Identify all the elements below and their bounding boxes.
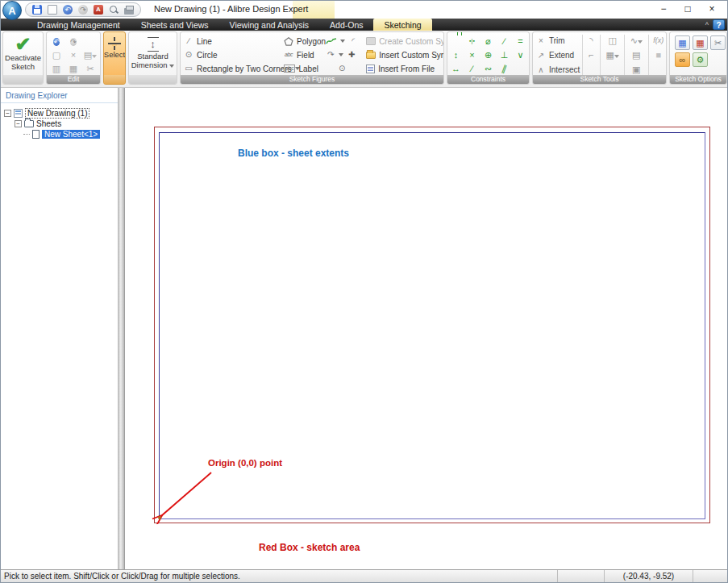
print-icon[interactable] [124, 8, 134, 15]
mirror-icon[interactable]: ◫ [605, 35, 620, 47]
tab-sheets-and-views[interactable]: Sheets and Views [131, 19, 219, 31]
collapse-expander-icon[interactable]: − [15, 120, 22, 127]
tab-viewing-and-analysis[interactable]: Viewing and Analysis [219, 19, 319, 31]
colinear-constraint-icon[interactable]: ∕ [464, 62, 480, 76]
arc-center-icon[interactable]: ↷ [326, 50, 335, 60]
save-icon[interactable] [32, 5, 42, 15]
tab-sketching[interactable]: Sketching [373, 19, 431, 31]
polygon-tool[interactable]: Polygon [284, 35, 326, 47]
sketch-analysis-icon[interactable]: ∿ [629, 35, 644, 47]
dropdown-arrow-icon[interactable] [340, 40, 345, 43]
equation-icon[interactable]: f(x) [652, 35, 664, 47]
insert-custom-symbol-button[interactable]: Insert Custom Symbol [366, 49, 444, 60]
pattern-icon[interactable]: ▦ [605, 49, 620, 61]
dropdown-arrow-icon[interactable] [339, 53, 343, 56]
perpendicular-constraint-icon[interactable]: ⊥ [497, 48, 512, 62]
spline-icon[interactable] [326, 37, 337, 45]
intersect-tool[interactable]: ∧Intersect [536, 64, 578, 76]
group-footer [104, 75, 125, 84]
close-button[interactable]: × [700, 1, 724, 19]
export-pdf-icon[interactable] [94, 5, 103, 15]
sketch-options-group: ▦ ▦ ✂ ∞ ⚙ Sketch Options [669, 31, 727, 85]
origin-annotation[interactable]: Origin (0,0) point [208, 458, 282, 468]
status-cell [693, 570, 727, 582]
redo-icon[interactable] [78, 5, 88, 15]
point-icon[interactable]: ✚ [347, 50, 356, 60]
circle-icon: ⊙ [184, 50, 193, 60]
undo-icon[interactable] [63, 5, 73, 15]
line-tool[interactable]: ∕Line [184, 35, 284, 47]
fill-icon[interactable]: ■ [652, 49, 664, 61]
offset-icon[interactable]: ▤ [629, 49, 644, 61]
vertical-constraint-icon[interactable]: ↕ [448, 48, 464, 62]
field-tool[interactable]: abcField [284, 49, 326, 60]
sketch-figures-group: ∕Line ⊙Circle ▭Rectangle by Two Corners … [180, 31, 444, 85]
create-custom-symbol-button[interactable]: Create Custom Symbol [366, 35, 444, 47]
quick-access-toolbar [25, 2, 141, 17]
label-tool[interactable]: abcLabel [284, 63, 326, 74]
sheet-extents-annotation[interactable]: Blue box - sheet extents [238, 148, 349, 159]
title-bar: A New Drawing (1) - Alibre Design Expert… [1, 1, 727, 19]
maximize-button[interactable]: □ [676, 1, 700, 19]
center-circle-icon[interactable]: ⊙ [337, 64, 347, 73]
sketch-figures-group-label: Sketch Figures [181, 75, 443, 84]
drawing-canvas[interactable]: Blue box - sheet extents Origin (0,0) po… [125, 88, 728, 569]
circle-tool[interactable]: ⊙Circle [184, 49, 284, 60]
parallel-constraint-icon[interactable]: ∥ [497, 62, 512, 76]
open-folder-icon [366, 52, 376, 59]
paste-icon[interactable]: ▥ [49, 62, 64, 76]
fillet-icon[interactable]: ◝ [587, 35, 597, 47]
help-button[interactable]: ? [713, 19, 725, 30]
concentric-constraint-icon[interactable]: ⊕ [480, 48, 496, 62]
coincident-constraint-icon[interactable]: ∨ [513, 48, 528, 62]
horizontal-constraint-icon[interactable]: ↔ [448, 62, 464, 76]
arc-start-end-icon[interactable]: ◜ [348, 36, 358, 46]
zoom-icon[interactable] [109, 5, 119, 15]
insert-from-file-button[interactable]: Insert From File [366, 63, 444, 74]
tab-drawing-management[interactable]: Drawing Management [27, 19, 131, 31]
tangent-constraint-icon[interactable]: ⌀ [480, 35, 496, 48]
collapse-ribbon-icon[interactable]: ^ [705, 20, 709, 30]
cut-icon[interactable]: ✂ [83, 62, 98, 76]
redo-small-icon[interactable]: ↷ [70, 38, 77, 46]
trim-tool[interactable]: ×Trim [536, 35, 578, 47]
tree-item-sheets[interactable]: − Sheets [4, 119, 118, 129]
no-snap-button[interactable]: ✂ [710, 35, 726, 50]
extend-tool[interactable]: ↗Extend [536, 49, 578, 61]
symmetric-constraint-icon[interactable]: ∾ [480, 62, 496, 76]
minimize-button[interactable]: − [651, 1, 676, 19]
duplicate-icon[interactable]: ▦ [66, 62, 81, 76]
panel-splitter[interactable] [119, 88, 125, 569]
chamfer-icon[interactable]: ⌐ [587, 49, 597, 61]
inspect-button[interactable]: ∞ [675, 52, 690, 67]
equal-distance-constraint-icon[interactable]: ▪|▪ [464, 35, 480, 48]
green-check-icon: ✔ [15, 35, 31, 53]
lock-constraint-icon[interactable] [448, 35, 464, 48]
alibre-logo-icon[interactable]: A [2, 1, 22, 20]
equal-constraint-icon[interactable]: = [513, 35, 528, 48]
rectangle-icon: ▭ [184, 64, 193, 73]
grid-settings-button[interactable]: ▦ [675, 35, 690, 50]
sketch-options-group-label: Sketch Options [670, 75, 726, 84]
origin-point[interactable] [158, 516, 161, 519]
tab-add-ons[interactable]: Add-Ons [319, 19, 373, 31]
status-bar: Pick to select item. Shift/Click or Clic… [1, 569, 727, 582]
tree-item-new-sheet[interactable]: New Sheet<1> [4, 129, 118, 140]
project-to-sketch-icon[interactable]: ▣ [629, 64, 644, 76]
angle-constraint-icon[interactable]: ∕ [497, 35, 512, 48]
delete-icon[interactable]: × [66, 48, 81, 62]
tree-item-drawing[interactable]: − New Drawing (1) [4, 108, 118, 119]
midpoint-constraint-icon[interactable]: × [464, 48, 480, 62]
collapse-expander-icon[interactable]: − [4, 110, 11, 117]
copy-icon[interactable]: ▤ [83, 48, 98, 62]
undo-small-icon[interactable]: ↶ [53, 38, 60, 46]
trim-icon: × [536, 36, 546, 45]
select-box-icon[interactable]: ▢ [49, 48, 64, 62]
sketch-area-annotation[interactable]: Red Box - sketch area [259, 542, 360, 553]
auto-constraints-button[interactable]: ⚙ [693, 52, 708, 67]
window-title: New Drawing (1) - Alibre Design Expert [154, 4, 308, 14]
new-document-icon[interactable] [48, 5, 57, 15]
rectangle-tool[interactable]: ▭Rectangle by Two Corners [184, 63, 284, 74]
snap-grid-button[interactable]: ▦ [693, 35, 708, 50]
selected-tree-label: New Sheet<1> [42, 130, 100, 139]
